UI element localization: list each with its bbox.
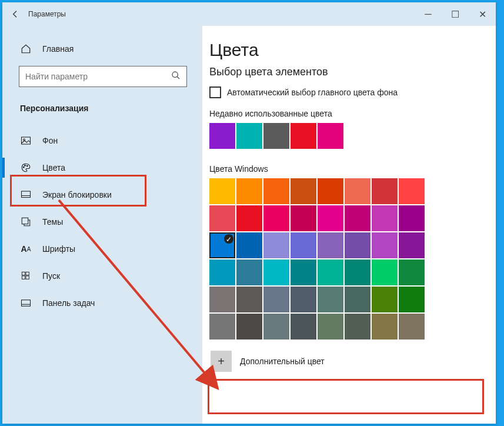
sidebar-item-background[interactable]: Фон	[2, 127, 202, 154]
svg-rect-6	[22, 191, 31, 198]
color-swatch[interactable]	[318, 314, 343, 340]
color-swatch[interactable]	[263, 232, 289, 258]
search-icon	[171, 71, 181, 82]
sidebar-item-label: Цвета	[42, 163, 65, 172]
plus-icon: +	[211, 351, 232, 372]
color-swatch[interactable]	[318, 232, 343, 258]
color-swatch[interactable]	[345, 232, 371, 258]
svg-point-3	[23, 167, 24, 168]
sidebar-category: Персонализация	[2, 99, 202, 117]
color-swatch[interactable]	[263, 205, 289, 231]
color-swatch[interactable]	[372, 205, 398, 231]
sidebar-item-label: Пуск	[42, 271, 60, 281]
color-swatch[interactable]	[263, 259, 289, 285]
color-swatch[interactable]	[236, 178, 262, 204]
color-swatch[interactable]	[263, 178, 289, 204]
svg-rect-1	[22, 137, 31, 144]
svg-rect-12	[22, 300, 31, 307]
sidebar-item-label: Темы	[42, 217, 63, 227]
home-icon	[20, 43, 32, 55]
maximize-button[interactable]: ☐	[442, 2, 469, 26]
color-swatch[interactable]	[291, 123, 316, 149]
color-swatch[interactable]	[263, 314, 289, 340]
color-swatch[interactable]	[318, 259, 343, 285]
checkbox-box[interactable]	[209, 86, 221, 98]
sidebar-home[interactable]: Главная	[2, 35, 202, 62]
color-swatch[interactable]	[399, 205, 425, 231]
add-custom-color[interactable]: + Дополнительный цвет	[209, 348, 478, 375]
sidebar-home-label: Главная	[42, 44, 74, 54]
color-swatch[interactable]	[399, 287, 425, 312]
color-swatch[interactable]	[209, 123, 235, 149]
color-swatch[interactable]	[318, 178, 343, 204]
color-swatch[interactable]	[209, 259, 235, 285]
close-button[interactable]: ✕	[469, 2, 496, 26]
windows-colors-label: Цвета Windows	[209, 164, 486, 174]
color-swatch[interactable]	[236, 205, 262, 231]
sidebar-item-label: Панель задач	[42, 298, 95, 308]
color-swatch[interactable]	[209, 178, 235, 204]
color-swatch[interactable]	[291, 287, 316, 312]
back-button[interactable]	[2, 2, 28, 26]
page-subheading: Выбор цвета элементов	[209, 66, 486, 78]
color-swatch[interactable]	[263, 287, 289, 312]
color-swatch[interactable]	[209, 205, 235, 231]
recent-colors-label: Недавно использованные цвета	[209, 109, 486, 118]
color-swatch[interactable]: ✓	[209, 232, 235, 258]
color-swatch[interactable]	[291, 178, 316, 204]
color-swatch[interactable]	[345, 287, 371, 312]
color-swatch[interactable]	[399, 178, 425, 204]
taskbar-icon	[20, 297, 32, 309]
recent-colors	[209, 123, 486, 149]
color-swatch[interactable]	[291, 205, 316, 231]
color-swatch[interactable]	[209, 314, 235, 340]
svg-point-5	[26, 165, 28, 167]
color-swatch[interactable]	[291, 232, 316, 258]
color-swatch[interactable]	[291, 259, 316, 285]
color-swatch[interactable]	[236, 287, 262, 312]
color-swatch[interactable]	[372, 259, 398, 285]
sidebar-item-label: Фон	[42, 136, 58, 145]
color-swatch[interactable]	[399, 314, 425, 340]
sidebar-item-themes[interactable]: Темы	[2, 208, 202, 235]
content: Цвета Выбор цвета элементов Автоматическ…	[202, 26, 496, 424]
search-input[interactable]	[25, 72, 171, 81]
color-swatch[interactable]	[291, 314, 316, 340]
search-box[interactable]	[19, 66, 187, 87]
color-swatch[interactable]	[318, 287, 343, 312]
svg-point-4	[25, 165, 26, 166]
sidebar-item-fonts[interactable]: AA Шрифты	[2, 235, 202, 262]
color-swatch[interactable]	[372, 314, 398, 340]
color-swatch[interactable]	[372, 178, 398, 204]
sidebar-item-lockscreen[interactable]: Экран блокировки	[2, 181, 202, 208]
sidebar-item-colors[interactable]: Цвета	[2, 154, 202, 181]
auto-color-checkbox[interactable]: Автоматический выбор главного цвета фона	[209, 86, 486, 98]
color-swatch[interactable]	[236, 259, 262, 285]
palette-icon	[20, 162, 32, 174]
svg-rect-10	[22, 276, 25, 279]
color-swatch[interactable]	[372, 232, 398, 258]
color-swatch[interactable]	[263, 123, 289, 149]
sidebar-item-taskbar[interactable]: Панель задач	[2, 289, 202, 317]
color-swatch[interactable]	[318, 123, 343, 149]
color-swatch[interactable]	[345, 314, 371, 340]
page-heading: Цвета	[209, 40, 486, 60]
fonts-icon: AA	[20, 243, 32, 255]
color-swatch[interactable]	[345, 205, 371, 231]
color-swatch[interactable]	[209, 287, 235, 312]
color-swatch[interactable]	[236, 232, 262, 258]
svg-rect-9	[26, 272, 29, 275]
color-swatch[interactable]	[345, 259, 371, 285]
color-swatch[interactable]	[236, 314, 262, 340]
sidebar-item-start[interactable]: Пуск	[2, 262, 202, 289]
svg-point-0	[172, 72, 178, 77]
color-swatch[interactable]	[345, 178, 371, 204]
color-swatch[interactable]	[399, 259, 425, 285]
svg-point-2	[24, 139, 25, 141]
titlebar: Параметры ─ ☐ ✕	[2, 2, 496, 26]
color-swatch[interactable]	[372, 287, 398, 312]
minimize-button[interactable]: ─	[415, 2, 442, 26]
color-swatch[interactable]	[318, 205, 343, 231]
color-swatch[interactable]	[236, 123, 262, 149]
color-swatch[interactable]	[399, 232, 425, 258]
